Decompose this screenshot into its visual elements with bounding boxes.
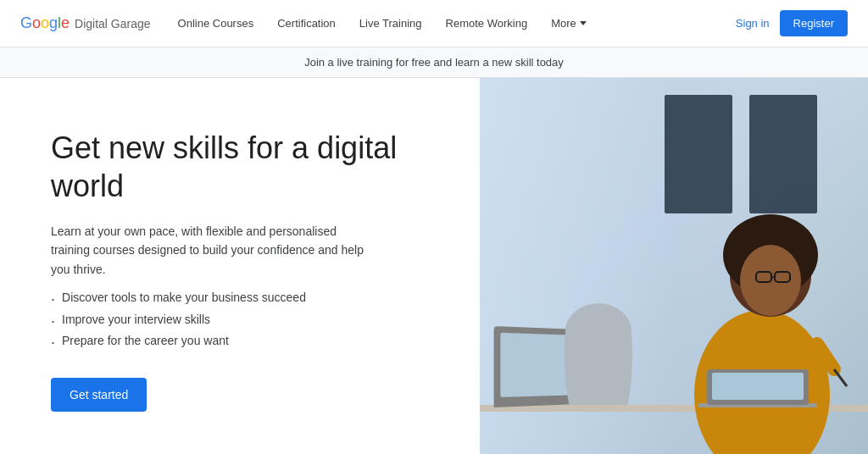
get-started-button[interactable]: Get started: [51, 378, 147, 412]
brand-name: Digital Garage: [75, 17, 151, 30]
google-wordmark: Google: [20, 14, 70, 32]
header-actions: Sign in Register: [736, 10, 848, 36]
svg-line-8: [834, 369, 847, 386]
hero-content: Get new skills for a digital world Learn…: [0, 78, 480, 454]
nav-more-label: More: [551, 17, 576, 30]
promo-banner: Join a live training for free and learn …: [0, 47, 868, 78]
svg-rect-11: [712, 373, 804, 400]
hero-description: Learn at your own pace, with flexible an…: [51, 222, 373, 279]
hero-image: [480, 78, 868, 454]
nav-online-courses[interactable]: Online Courses: [178, 17, 254, 30]
nav-remote-working[interactable]: Remote Working: [446, 17, 528, 30]
hero-bullet-list: Discover tools to make your business suc…: [51, 289, 439, 354]
nav-more[interactable]: More: [551, 17, 587, 30]
person-silhouette-main: [631, 174, 851, 454]
banner-text: Join a live training for free and learn …: [304, 56, 564, 69]
hero-bullet-3: Prepare for the career you want: [51, 332, 439, 354]
main-nav: Online Courses Certification Live Traini…: [178, 17, 736, 30]
chevron-down-icon: [580, 21, 587, 25]
register-button[interactable]: Register: [780, 10, 848, 36]
logo[interactable]: Google Digital Garage: [20, 14, 151, 32]
nav-certification[interactable]: Certification: [277, 17, 336, 30]
background-person-silhouette: [565, 303, 632, 405]
hero-bullet-1: Discover tools to make your business suc…: [51, 289, 439, 311]
header: Google Digital Garage Online Courses Cer…: [0, 0, 868, 47]
hero-bullet-2: Improve your interview skills: [51, 311, 439, 333]
hero-title: Get new skills for a digital world: [51, 129, 439, 205]
nav-live-training[interactable]: Live Training: [359, 17, 422, 30]
hero-photo-background: [480, 78, 868, 454]
signin-button[interactable]: Sign in: [736, 17, 770, 30]
hero-section: Get new skills for a digital world Learn…: [0, 78, 868, 454]
